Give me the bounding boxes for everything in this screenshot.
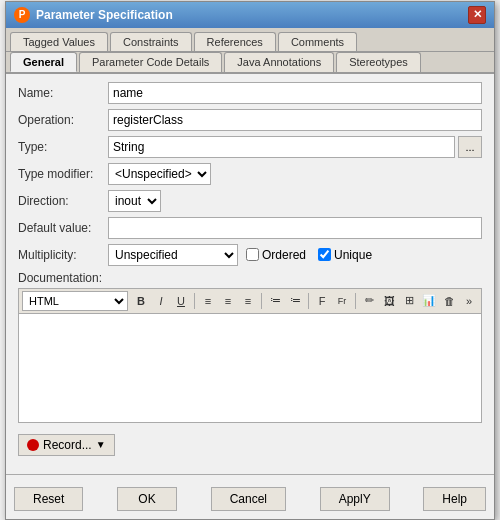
record-label: Record... xyxy=(43,438,92,452)
type-select-wrapper: ... xyxy=(108,136,482,158)
more-button[interactable]: » xyxy=(460,292,478,310)
close-button[interactable]: ✕ xyxy=(468,6,486,24)
type-control: ... xyxy=(108,136,482,158)
tabs-row1: Tagged Values Constraints References Com… xyxy=(6,28,494,52)
font-resize-button[interactable]: Fr xyxy=(333,292,351,310)
direction-row: Direction: inout in out xyxy=(18,190,482,212)
default-value-input[interactable] xyxy=(108,217,482,239)
checkbox-group: Ordered Unique xyxy=(246,248,372,262)
font-button[interactable]: F xyxy=(313,292,331,310)
sep3 xyxy=(308,293,309,309)
pen-button[interactable]: ✏ xyxy=(360,292,378,310)
type-modifier-row: Type modifier: <Unspecified> xyxy=(18,163,482,185)
type-row: Type: ... xyxy=(18,136,482,158)
direction-control: inout in out xyxy=(108,190,482,212)
cancel-button[interactable]: Cancel xyxy=(211,487,286,511)
align-center-button[interactable]: ≡ xyxy=(219,292,237,310)
operation-row: Operation: xyxy=(18,109,482,131)
tab-parameter-code[interactable]: Parameter Code Details xyxy=(79,52,222,72)
ordered-label: Ordered xyxy=(262,248,306,262)
footer-divider xyxy=(6,474,494,475)
tab-stereotypes[interactable]: Stereotypes xyxy=(336,52,421,72)
main-window: P Parameter Specification ✕ Tagged Value… xyxy=(5,1,495,520)
format-select[interactable]: HTML Text xyxy=(22,291,128,311)
apply-button[interactable]: ApplY xyxy=(320,487,390,511)
default-value-label: Default value: xyxy=(18,221,108,235)
record-dropdown-icon: ▼ xyxy=(96,439,106,450)
multiplicity-select[interactable]: Unspecified 0..1 1 0..* 1..* xyxy=(108,244,238,266)
ordered-checkbox-item: Ordered xyxy=(246,248,306,262)
default-value-row: Default value: xyxy=(18,217,482,239)
sep4 xyxy=(355,293,356,309)
type-modifier-control: <Unspecified> xyxy=(108,163,482,185)
list-ol-button[interactable]: ≔ xyxy=(286,292,304,310)
multiplicity-row: Multiplicity: Unspecified 0..1 1 0..* 1.… xyxy=(18,244,482,266)
tab-references[interactable]: References xyxy=(194,32,276,51)
name-label: Name: xyxy=(18,86,108,100)
record-dot-icon xyxy=(27,439,39,451)
documentation-textarea[interactable] xyxy=(18,313,482,423)
chart-button[interactable]: 📊 xyxy=(420,292,438,310)
italic-button[interactable]: I xyxy=(152,292,170,310)
list-ul-button[interactable]: ≔ xyxy=(266,292,284,310)
name-control xyxy=(108,82,482,104)
tabs-row2: General Parameter Code Details Java Anno… xyxy=(6,52,494,74)
type-modifier-select[interactable]: <Unspecified> xyxy=(108,163,211,185)
app-icon: P xyxy=(14,7,30,23)
multiplicity-label: Multiplicity: xyxy=(18,248,108,262)
default-value-control xyxy=(108,217,482,239)
align-left-button[interactable]: ≡ xyxy=(199,292,217,310)
underline-button[interactable]: U xyxy=(172,292,190,310)
footer-buttons: Reset OK Cancel ApplY Help xyxy=(6,481,494,519)
tab-tagged-values[interactable]: Tagged Values xyxy=(10,32,108,51)
direction-select[interactable]: inout in out xyxy=(108,190,161,212)
operation-input[interactable] xyxy=(108,109,482,131)
align-right-button[interactable]: ≡ xyxy=(239,292,257,310)
ok-button[interactable]: OK xyxy=(117,487,177,511)
operation-control xyxy=(108,109,482,131)
direction-label: Direction: xyxy=(18,194,108,208)
type-label: Type: xyxy=(18,140,108,154)
documentation-label: Documentation: xyxy=(18,271,482,285)
ordered-checkbox[interactable] xyxy=(246,248,259,261)
tab-general[interactable]: General xyxy=(10,52,77,72)
documentation-section: Documentation: HTML Text B I U ≡ ≡ ≡ ≔ ≔… xyxy=(18,271,482,426)
name-row: Name: xyxy=(18,82,482,104)
record-row: Record... ▼ xyxy=(18,434,482,456)
type-input[interactable] xyxy=(108,136,455,158)
window-title: Parameter Specification xyxy=(36,8,173,22)
tab-java-annotations[interactable]: Java Annotations xyxy=(224,52,334,72)
operation-label: Operation: xyxy=(18,113,108,127)
sep1 xyxy=(194,293,195,309)
reset-button[interactable]: Reset xyxy=(14,487,83,511)
unique-checkbox[interactable] xyxy=(318,248,331,261)
form-content: Name: Operation: Type: ... Type mod xyxy=(6,74,494,468)
bold-button[interactable]: B xyxy=(132,292,150,310)
help-button[interactable]: Help xyxy=(423,487,486,511)
tab-constraints[interactable]: Constraints xyxy=(110,32,192,51)
delete-button[interactable]: 🗑 xyxy=(440,292,458,310)
tab-comments[interactable]: Comments xyxy=(278,32,357,51)
sep2 xyxy=(261,293,262,309)
record-button[interactable]: Record... ▼ xyxy=(18,434,115,456)
unique-label: Unique xyxy=(334,248,372,262)
doc-toolbar: HTML Text B I U ≡ ≡ ≡ ≔ ≔ F Fr ✏ 🖼 ⊞ xyxy=(18,288,482,313)
titlebar-left: P Parameter Specification xyxy=(14,7,173,23)
multiplicity-controls: Unspecified 0..1 1 0..* 1..* Ordered Uni… xyxy=(108,244,482,266)
name-input[interactable] xyxy=(108,82,482,104)
type-modifier-label: Type modifier: xyxy=(18,167,108,181)
titlebar: P Parameter Specification ✕ xyxy=(6,2,494,28)
table-button[interactable]: ⊞ xyxy=(400,292,418,310)
image-button[interactable]: 🖼 xyxy=(380,292,398,310)
unique-checkbox-item: Unique xyxy=(318,248,372,262)
type-dots-button[interactable]: ... xyxy=(458,136,482,158)
